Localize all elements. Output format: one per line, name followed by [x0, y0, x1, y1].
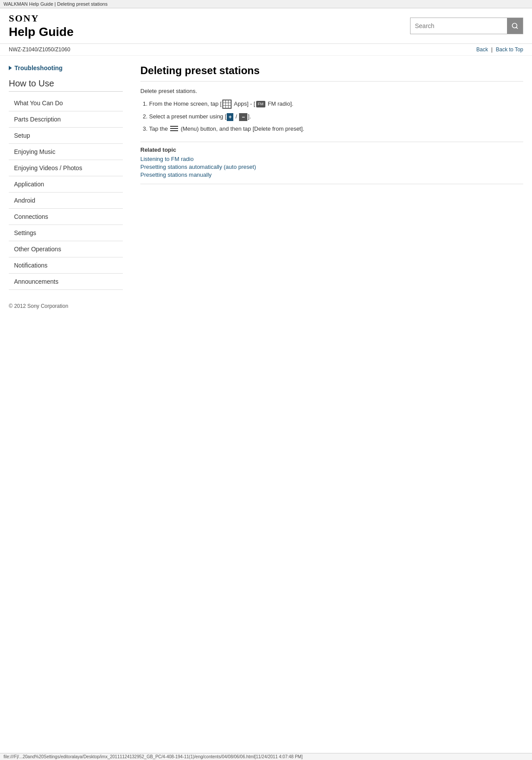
content-intro: Delete preset stations. [140, 88, 523, 94]
sidebar-item-label: Notifications [14, 262, 47, 269]
search-input[interactable] [411, 20, 507, 32]
troubleshooting-section: Troubleshooting [9, 64, 123, 71]
sidebar-item-label: Other Operations [14, 246, 61, 253]
sidebar-item-settings[interactable]: Settings [9, 225, 123, 241]
sidebar-item-connections[interactable]: Connections [9, 209, 123, 225]
sidebar-item-parts-description[interactable]: Parts Description [9, 111, 123, 128]
how-to-use-title: How to Use [9, 78, 123, 92]
sidebar-item-label: Setup [14, 132, 30, 139]
footer: © 2012 Sony Corporation [0, 294, 532, 312]
model-number: NWZ-Z1040/Z1050/Z1060 [9, 46, 70, 53]
step-2: Select a preset number using [+ / −]. [149, 112, 523, 121]
content-area: Deleting preset stations Delete preset s… [132, 60, 523, 290]
related-link-manual-preset[interactable]: Presetting stations manually [140, 171, 523, 178]
related-link-auto-preset[interactable]: Presetting stations automatically (auto … [140, 164, 523, 170]
plus-icon: + [227, 113, 233, 121]
steps-list: From the Home screen, tap [ Apps] - [FM … [149, 100, 523, 133]
page-header: SONY Help Guide [0, 8, 532, 44]
copyright-text: © 2012 Sony Corporation [9, 303, 68, 309]
chevron-right-icon [9, 66, 12, 70]
related-topic-label: Related topic [140, 146, 523, 153]
sidebar-item-enjoying-music[interactable]: Enjoying Music [9, 144, 123, 160]
browser-title-text: WALKMAN Help Guide | Deleting preset sta… [4, 1, 107, 7]
sidebar-item-label: Parts Description [14, 116, 61, 123]
sidebar-item-announcements[interactable]: Announcements [9, 274, 123, 290]
sidebar-item-other-operations[interactable]: Other Operations [9, 241, 123, 257]
fm-radio-icon: FM [256, 101, 265, 108]
related-link-fm-radio[interactable]: Listening to FM radio [140, 156, 523, 162]
back-to-top-link[interactable]: Back to Top [496, 46, 523, 53]
help-guide-title: Help Guide [9, 25, 74, 39]
main-container: Troubleshooting How to Use What You Can … [0, 56, 532, 294]
sidebar-item-label: Settings [14, 229, 36, 236]
related-topic-section: Related topic Listening to FM radio Pres… [140, 142, 523, 184]
sidebar-item-notifications[interactable]: Notifications [9, 257, 123, 274]
sidebar-item-what-you-can-do[interactable]: What You Can Do [9, 95, 123, 111]
sidebar-item-label: Application [14, 181, 44, 188]
minus-icon: − [239, 113, 247, 121]
step-1: From the Home screen, tap [ Apps] - [FM … [149, 100, 523, 109]
step-3: Tap the (Menu) button, and then tap [Del… [149, 125, 523, 133]
browser-title-bar: WALKMAN Help Guide | Deleting preset sta… [0, 0, 532, 8]
search-icon [511, 22, 518, 29]
sony-logo: SONY [9, 13, 74, 24]
search-button[interactable] [507, 18, 523, 34]
sidebar-item-label: Android [14, 197, 35, 204]
search-area [410, 18, 523, 34]
sidebar-item-label: Announcements [14, 278, 58, 285]
back-link[interactable]: Back [476, 46, 488, 53]
sidebar-item-label: What You Can Do [14, 100, 63, 107]
sidebar-item-android[interactable]: Android [9, 193, 123, 209]
sidebar-item-setup[interactable]: Setup [9, 128, 123, 144]
sub-header: NWZ-Z1040/Z1050/Z1060 Back | Back to Top [0, 44, 532, 56]
sidebar-item-label: Enjoying Music [14, 148, 55, 155]
apps-grid-icon [222, 100, 232, 109]
sidebar: Troubleshooting How to Use What You Can … [9, 60, 132, 290]
header-logo-area: SONY Help Guide [9, 13, 74, 39]
sidebar-item-label: Connections [14, 213, 48, 220]
sidebar-item-enjoying-videos[interactable]: Enjoying Videos / Photos [9, 160, 123, 176]
troubleshooting-link[interactable]: Troubleshooting [9, 64, 123, 71]
troubleshooting-label: Troubleshooting [14, 64, 63, 71]
link-separator: | [491, 46, 493, 53]
sub-header-links: Back | Back to Top [476, 46, 523, 53]
sidebar-item-label: Enjoying Videos / Photos [14, 164, 82, 171]
content-title: Deleting preset stations [140, 64, 523, 82]
sidebar-item-application[interactable]: Application [9, 176, 123, 193]
menu-icon [170, 126, 178, 132]
